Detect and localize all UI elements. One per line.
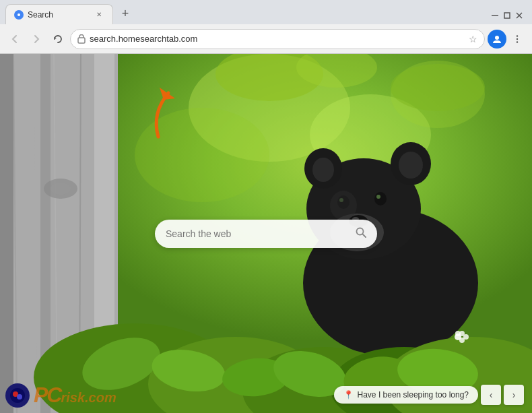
address-bar[interactable]: search.homesearchtab.com ☆ bbox=[70, 29, 485, 49]
svg-rect-6 bbox=[78, 38, 85, 43]
pcrisk-pc-text: PC bbox=[34, 383, 61, 408]
svg-point-65 bbox=[17, 394, 22, 400]
tab-close-button[interactable]: ✕ bbox=[94, 9, 104, 20]
bookmark-star-icon[interactable]: ☆ bbox=[469, 34, 477, 44]
pcrisk-icon bbox=[5, 383, 30, 408]
svg-point-1 bbox=[18, 13, 20, 16]
search-box[interactable] bbox=[155, 220, 377, 248]
svg-point-57 bbox=[391, 64, 485, 111]
svg-point-38 bbox=[399, 152, 423, 179]
tab-title: Search bbox=[28, 10, 90, 20]
suggestion-next-button[interactable]: › bbox=[504, 385, 524, 405]
title-bar: Search ✕ + bbox=[0, 0, 532, 24]
window-controls bbox=[482, 11, 532, 24]
search-input[interactable] bbox=[166, 228, 350, 239]
svg-point-10 bbox=[517, 41, 518, 42]
toolbar-right-buttons bbox=[488, 30, 527, 49]
svg-point-36 bbox=[312, 158, 334, 182]
menu-button[interactable] bbox=[508, 30, 527, 49]
suggestion-prev-button[interactable]: ‹ bbox=[481, 385, 501, 405]
close-button[interactable] bbox=[514, 11, 524, 20]
svg-point-8 bbox=[517, 35, 518, 36]
tab-favicon bbox=[14, 10, 24, 20]
maximize-button[interactable] bbox=[502, 11, 512, 20]
search-submit-icon[interactable] bbox=[356, 227, 366, 240]
new-tab-button[interactable]: + bbox=[116, 4, 135, 23]
minimize-button[interactable] bbox=[490, 11, 500, 20]
browser-tab-active[interactable]: Search ✕ bbox=[5, 4, 113, 24]
profile-button[interactable] bbox=[488, 30, 506, 49]
svg-point-55 bbox=[455, 331, 461, 336]
svg-point-32 bbox=[374, 192, 387, 205]
suggestion-pill[interactable]: 📍 Have I been sleeping too long? bbox=[334, 386, 478, 404]
location-icon: 📍 bbox=[343, 390, 354, 400]
page-content: 📍 Have I been sleeping too long? ‹ › PC … bbox=[0, 54, 532, 413]
svg-point-15 bbox=[135, 108, 269, 202]
svg-point-54 bbox=[459, 338, 465, 343]
security-icon bbox=[77, 34, 86, 44]
forward-button[interactable] bbox=[27, 30, 46, 49]
svg-point-34 bbox=[376, 195, 380, 199]
svg-rect-3 bbox=[504, 13, 510, 18]
svg-point-7 bbox=[495, 36, 499, 40]
svg-point-9 bbox=[517, 38, 518, 39]
suggestion-text: Have I been sleeping too long? bbox=[358, 390, 469, 400]
pcrisk-wordmark: PC risk.com bbox=[34, 383, 117, 408]
pcrisk-logo: PC risk.com bbox=[5, 383, 117, 408]
search-container bbox=[155, 220, 377, 248]
pcrisk-risk-text: risk.com bbox=[61, 390, 116, 406]
browser-toolbar: search.homesearchtab.com ☆ bbox=[0, 24, 532, 54]
browser-window: Search ✕ + bbox=[0, 0, 532, 413]
back-button[interactable] bbox=[5, 30, 24, 49]
svg-point-25 bbox=[51, 183, 71, 195]
bottom-bar: 📍 Have I been sleeping too long? ‹ › bbox=[334, 385, 524, 405]
svg-rect-17 bbox=[0, 54, 13, 413]
url-text: search.homesearchtab.com bbox=[90, 34, 465, 44]
svg-line-60 bbox=[363, 234, 366, 238]
svg-point-39 bbox=[330, 191, 357, 220]
tab-strip: Search ✕ + bbox=[0, 4, 482, 24]
reload-button[interactable] bbox=[48, 30, 67, 49]
